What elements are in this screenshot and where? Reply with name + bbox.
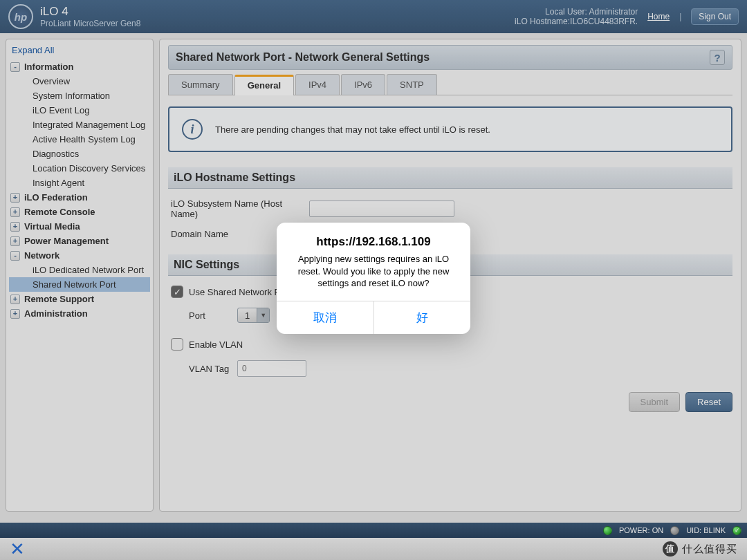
label-vlan-tag: VLAN Tag	[189, 364, 237, 374]
alert-text: There are pending changes that may not t…	[215, 124, 490, 135]
tab-ipv4[interactable]: IPv4	[295, 74, 340, 95]
app-subtitle: ProLiant MicroServer Gen8	[40, 19, 140, 28]
nav-sidebar: Expand All - Information Overview System…	[6, 39, 154, 512]
uid-led-icon	[670, 526, 679, 535]
brand-badge-icon: 值	[663, 541, 678, 557]
status-bar: POWER: ON UID: BLINK	[0, 523, 747, 538]
nav-shared-network-port[interactable]: Shared Network Port	[9, 277, 150, 292]
nav-information[interactable]: - Information	[9, 59, 150, 74]
nav-virtual-media-label: Virtual Media	[24, 221, 80, 232]
page-title-bar: Shared Network Port - Network General Se…	[168, 45, 732, 70]
nav-administration-label: Administration	[24, 308, 88, 319]
nav-system-information[interactable]: System Information	[9, 88, 150, 103]
nav-integrated-mgmt-log[interactable]: Integrated Management Log	[9, 118, 150, 132]
nav-ilo-event-log[interactable]: iLO Event Log	[9, 103, 150, 118]
expand-icon[interactable]: +	[10, 295, 20, 304]
nav-virtual-media[interactable]: + Virtual Media	[9, 219, 150, 234]
nav-information-label: Information	[24, 62, 74, 72]
nav-remote-console-label: Remote Console	[24, 207, 95, 217]
nav-power-mgmt-label: Power Management	[24, 236, 109, 246]
label-enable-vlan: Enable VLAN	[189, 339, 243, 350]
signout-button[interactable]: Sign Out	[691, 8, 739, 25]
bottom-bar: ✕ 值 什么值得买	[0, 538, 747, 560]
ilo-hostname-label: iLO Hostname:ILO6CU4483RFR.	[515, 17, 638, 26]
nav-network-label: Network	[24, 250, 59, 261]
pending-changes-alert: i There are pending changes that may not…	[168, 106, 732, 152]
nav-diagnostics[interactable]: Diagnostics	[9, 147, 150, 161]
input-subsystem-name[interactable]	[309, 200, 454, 217]
label-use-shared-port: Use Shared Network Port	[189, 287, 290, 297]
info-icon: i	[182, 119, 203, 140]
collapse-icon[interactable]: -	[10, 251, 20, 261]
app-title: iLO 4	[40, 5, 140, 19]
expand-icon[interactable]: +	[10, 236, 20, 246]
uid-status: UID: BLINK	[686, 526, 726, 534]
input-vlan-tag[interactable]	[237, 360, 306, 377]
dialog-message: Applying new settings requires an iLO re…	[277, 250, 470, 301]
expand-all-link[interactable]: Expand All	[9, 44, 150, 59]
nav-federation-label: iLO Federation	[24, 192, 88, 203]
help-icon[interactable]: ?	[710, 50, 725, 65]
confirm-reset-dialog: https://192.168.1.109 Applying new setti…	[277, 223, 470, 334]
expand-icon[interactable]: +	[10, 207, 20, 217]
nav-overview[interactable]: Overview	[9, 74, 150, 88]
label-port: Port	[189, 310, 237, 321]
nav-active-health-log[interactable]: Active Health System Log	[9, 132, 150, 147]
app-header: hp iLO 4 ProLiant MicroServer Gen8 Local…	[0, 0, 747, 33]
select-port[interactable]: 1 ▼	[237, 308, 270, 323]
tab-sntp[interactable]: SNTP	[387, 74, 437, 95]
label-subsystem-name: iLO Subsystem Name (Host Name)	[171, 198, 309, 219]
tab-summary[interactable]: Summary	[168, 74, 233, 95]
nav-federation[interactable]: + iLO Federation	[9, 190, 150, 205]
checkbox-use-shared-port[interactable]: ✓	[171, 286, 183, 298]
nav-remote-support[interactable]: + Remote Support	[9, 292, 150, 306]
power-status: POWER: ON	[619, 526, 663, 534]
reset-button[interactable]: Reset	[685, 392, 732, 412]
nav-power-management[interactable]: + Power Management	[9, 234, 150, 248]
expand-icon[interactable]: +	[10, 222, 20, 232]
checkbox-enable-vlan[interactable]	[171, 338, 183, 351]
tab-strip: Summary General IPv4 IPv6 SNTP	[168, 74, 732, 95]
home-link[interactable]: Home	[647, 12, 670, 21]
nav-remote-console[interactable]: + Remote Console	[9, 205, 150, 219]
dialog-title: https://192.168.1.109	[277, 223, 470, 250]
page-title: Shared Network Port - Network General Se…	[176, 51, 430, 64]
nav-remote-support-label: Remote Support	[24, 294, 94, 304]
dialog-ok-button[interactable]: 好	[374, 301, 471, 334]
separator: |	[679, 12, 681, 21]
hp-logo: hp	[8, 4, 33, 29]
close-icon[interactable]: ✕	[10, 539, 25, 560]
dialog-cancel-button[interactable]: 取消	[277, 301, 374, 334]
collapse-icon[interactable]: -	[10, 62, 20, 72]
nav-location-discovery[interactable]: Location Discovery Services	[9, 161, 150, 176]
expand-icon[interactable]: +	[10, 309, 20, 319]
chevron-down-icon: ▼	[257, 308, 269, 322]
nav-administration[interactable]: + Administration	[9, 306, 150, 321]
brand-text: 什么值得买	[682, 543, 737, 556]
nav-insight-agent[interactable]: Insight Agent	[9, 176, 150, 190]
nav-network[interactable]: - Network	[9, 248, 150, 263]
power-led-icon	[603, 526, 612, 535]
health-led-icon	[732, 526, 741, 535]
watermark-brand: 值 什么值得买	[663, 541, 737, 557]
submit-button[interactable]: Submit	[629, 392, 680, 412]
tab-ipv6[interactable]: IPv6	[341, 74, 385, 95]
section-hostname-settings: iLO Hostname Settings	[168, 167, 732, 189]
tab-general[interactable]: General	[234, 75, 294, 95]
expand-icon[interactable]: +	[10, 193, 20, 203]
local-user-label: Local User: Administrator	[515, 7, 638, 17]
select-port-value: 1	[238, 310, 257, 321]
nav-dedicated-network-port[interactable]: iLO Dedicated Network Port	[9, 263, 150, 277]
